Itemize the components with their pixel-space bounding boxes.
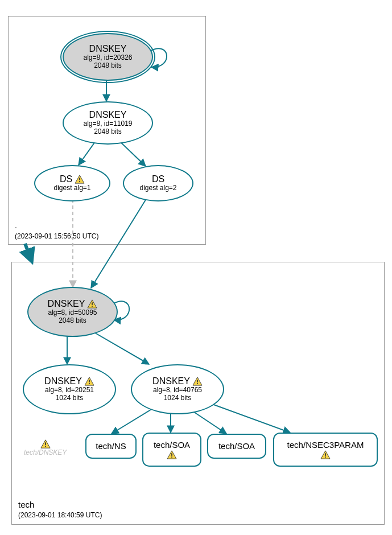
warning-icon	[87, 299, 97, 308]
annotation-tech-dnskey-label: tech/DNSKEY	[24, 448, 67, 456]
node-root-zsk-sub2: 2048 bits	[94, 128, 122, 136]
node-tech-ksk[interactable]: DNSKEY alg=8, id=50095 2048 bits	[27, 287, 118, 337]
edge-zone-root-to-tech	[25, 244, 32, 262]
node-ds-alg1[interactable]: DS digest alg=1	[34, 165, 110, 201]
zone-tech-label: tech	[18, 500, 34, 509]
node-rr-soaw-title: tech/SOA	[154, 440, 190, 450]
warning-icon	[84, 377, 94, 386]
node-rr-tech-nsec3param[interactable]: tech/NSEC3PARAM	[273, 433, 378, 467]
warning-icon	[192, 377, 203, 386]
node-rr-tech-ns[interactable]: tech/NS	[85, 434, 137, 459]
node-tech-zsk1-sub2: 1024 bits	[56, 394, 84, 402]
node-ds-alg2-title: DS	[152, 174, 164, 184]
node-tech-zsk1-sub1: alg=8, id=20251	[45, 386, 94, 394]
node-root-ksk-title: DNSKEY	[89, 44, 127, 54]
node-tech-zsk2-title: DNSKEY	[152, 376, 190, 386]
zone-root-timestamp: (2023-09-01 15:56:50 UTC)	[15, 232, 98, 240]
node-root-zsk[interactable]: DNSKEY alg=8, id=11019 2048 bits	[63, 101, 153, 145]
node-root-ksk[interactable]: DNSKEY alg=8, id=20326 2048 bits	[63, 33, 153, 81]
node-tech-zsk-20251[interactable]: DNSKEY alg=8, id=20251 1024 bits	[23, 364, 116, 414]
node-rr-tech-soa[interactable]: tech/SOA	[207, 434, 266, 459]
zone-tech-timestamp: (2023-09-01 18:40:59 UTC)	[18, 511, 102, 519]
warning-icon	[75, 175, 85, 184]
warning-icon	[320, 450, 331, 459]
node-tech-zsk2-sub2: 1024 bits	[164, 394, 192, 402]
node-rr-nsec3-title: tech/NSEC3PARAM	[287, 440, 364, 450]
node-ds-alg1-title: DS	[60, 174, 72, 184]
node-tech-ksk-sub2: 2048 bits	[59, 317, 86, 325]
node-tech-zsk-40765[interactable]: DNSKEY alg=8, id=40765 1024 bits	[131, 364, 224, 414]
node-rr-tech-soa-warn[interactable]: tech/SOA	[142, 433, 201, 467]
node-root-zsk-title: DNSKEY	[89, 110, 127, 120]
node-ds-alg2[interactable]: DS digest alg=2	[123, 165, 193, 201]
node-rr-soa-title: tech/SOA	[218, 441, 255, 451]
node-tech-zsk1-title: DNSKEY	[44, 376, 82, 386]
zone-root-label: .	[15, 221, 17, 230]
node-root-ksk-sub2: 2048 bits	[94, 62, 122, 70]
node-tech-ksk-sub1: alg=8, id=50095	[48, 309, 97, 317]
node-root-ksk-sub1: alg=8, id=20326	[83, 54, 132, 62]
node-tech-zsk2-sub1: alg=8, id=40765	[153, 386, 202, 394]
warning-icon	[167, 450, 177, 459]
node-ds-alg1-sub: digest alg=1	[53, 184, 90, 192]
node-rr-ns-title: tech/NS	[96, 441, 126, 451]
warning-icon	[40, 439, 51, 448]
node-tech-ksk-title: DNSKEY	[48, 299, 85, 309]
annotation-tech-dnskey-warn: tech/DNSKEY	[24, 439, 67, 456]
node-root-zsk-sub1: alg=8, id=11019	[83, 120, 132, 128]
node-ds-alg2-sub: digest alg=2	[139, 184, 176, 192]
